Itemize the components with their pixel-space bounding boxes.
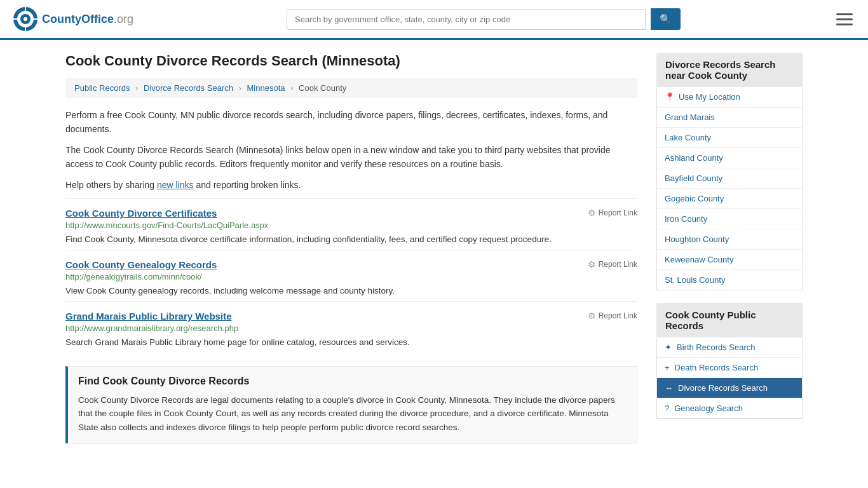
record-desc-3: Search Grand Marais Public Library home … <box>65 336 637 349</box>
list-item: Ashland County <box>657 148 802 168</box>
record-url-2[interactable]: http://genealogytrails.com/minn/cook/ <box>65 272 637 281</box>
find-records-section: Find Cook County Divorce Records Cook Co… <box>65 366 637 444</box>
breadcrumb-sep-1: › <box>135 83 138 93</box>
divorce-icon: ↔ <box>665 383 673 393</box>
page-title: Cook County Divorce Records Search (Minn… <box>65 53 637 69</box>
sidebar-nearby-heading: Divorce Records Search near Cook County <box>656 53 803 87</box>
death-records-link[interactable]: + Death Records Search <box>657 358 802 377</box>
menu-line-1 <box>836 13 853 15</box>
record-desc-1: Find Cook County, Minnesota divorce cert… <box>65 233 637 246</box>
list-item: + Death Records Search <box>657 358 802 378</box>
report-link-3[interactable]: ⚙ Report Link <box>588 311 637 321</box>
report-icon-3: ⚙ <box>588 311 596 321</box>
search-button[interactable]: 🔍 <box>651 8 681 30</box>
report-link-2[interactable]: ⚙ Report Link <box>588 259 637 269</box>
record-header-3: Grand Marais Public Library Website ⚙ Re… <box>65 311 637 322</box>
list-item: ? Genealogy Search <box>657 398 802 418</box>
nearby-link-iron-county[interactable]: Iron County <box>657 209 802 229</box>
new-links[interactable]: new links <box>157 180 194 190</box>
use-my-location-link[interactable]: 📍 Use My Location <box>656 87 803 107</box>
record-desc-2: View Cook County genealogy records, incl… <box>65 285 637 297</box>
birth-icon: ✦ <box>665 342 672 352</box>
breadcrumb: Public Records › Divorce Records Search … <box>65 78 637 98</box>
nearby-link-bayfield-county[interactable]: Bayfield County <box>657 168 802 188</box>
record-item-3: Grand Marais Public Library Website ⚙ Re… <box>65 301 637 353</box>
sidebar-public-records-section: Cook County Public Records ✦ Birth Recor… <box>656 303 803 419</box>
location-icon: 📍 <box>665 92 675 102</box>
breadcrumb-minnesota[interactable]: Minnesota <box>247 83 285 93</box>
sidebar-public-records-heading: Cook County Public Records <box>656 303 803 337</box>
header: CountyOffice.org 🔍 <box>0 0 868 40</box>
list-item: Keweenaw County <box>657 250 802 270</box>
list-item-active: ↔ Divorce Records Search <box>657 378 802 398</box>
nearby-link-gogebic-county[interactable]: Gogebic County <box>657 189 802 208</box>
record-item: Cook County Divorce Certificates ⚙ Repor… <box>65 198 637 250</box>
birth-records-link[interactable]: ✦ Birth Records Search <box>657 337 802 357</box>
breadcrumb-public-records[interactable]: Public Records <box>74 83 130 93</box>
nearby-link-keweenaw-county[interactable]: Keweenaw County <box>657 250 802 269</box>
genealogy-icon: ? <box>665 403 669 413</box>
logo-icon <box>13 6 38 32</box>
list-item: Grand Marais <box>657 107 802 128</box>
search-input[interactable] <box>287 9 646 30</box>
main-container: Cook County Divorce Records Search (Minn… <box>53 40 815 456</box>
record-title-2[interactable]: Cook County Genealogy Records <box>65 259 217 270</box>
desc-para3: Help others by sharing new links and rep… <box>65 178 637 192</box>
sidebar-nearby-list: Grand Marais Lake County Ashland County … <box>656 107 803 290</box>
record-title-3[interactable]: Grand Marais Public Library Website <box>65 311 231 322</box>
breadcrumb-sep-3: › <box>290 83 293 93</box>
sidebar-public-records-list: ✦ Birth Records Search + Death Records S… <box>656 337 803 419</box>
desc-para2: The Cook County Divorce Records Search (… <box>65 143 637 172</box>
search-area: 🔍 <box>287 8 681 30</box>
report-icon-2: ⚙ <box>588 259 596 269</box>
list-item: Iron County <box>657 209 802 229</box>
menu-line-2 <box>836 18 853 20</box>
record-item-2: Cook County Genealogy Records ⚙ Report L… <box>65 250 637 301</box>
report-icon-1: ⚙ <box>588 208 596 218</box>
genealogy-search-link[interactable]: ? Genealogy Search <box>657 398 802 418</box>
nearby-link-st-louis-county[interactable]: St. Louis County <box>657 270 802 290</box>
description: Perform a free Cook County, MN public di… <box>65 108 637 192</box>
logo-text: CountyOffice.org <box>42 13 133 26</box>
divorce-records-link[interactable]: ↔ Divorce Records Search <box>657 378 802 398</box>
record-header-1: Cook County Divorce Certificates ⚙ Repor… <box>65 208 637 219</box>
record-url-3[interactable]: http://www.grandmaraislibrary.org/resear… <box>65 323 637 333</box>
sidebar-nearby-section: Divorce Records Search near Cook County … <box>656 53 803 290</box>
record-header-2: Cook County Genealogy Records ⚙ Report L… <box>65 259 637 270</box>
records-list: Cook County Divorce Certificates ⚙ Repor… <box>65 198 637 353</box>
menu-line-3 <box>836 24 853 25</box>
content: Cook County Divorce Records Search (Minn… <box>65 53 637 444</box>
report-link-1[interactable]: ⚙ Report Link <box>588 208 637 218</box>
breadcrumb-sep-2: › <box>239 83 241 93</box>
death-icon: + <box>665 363 670 372</box>
nearby-link-grand-marais[interactable]: Grand Marais <box>657 107 802 127</box>
record-title-1[interactable]: Cook County Divorce Certificates <box>65 208 217 219</box>
nearby-link-ashland-county[interactable]: Ashland County <box>657 148 802 168</box>
list-item: St. Louis County <box>657 270 802 290</box>
list-item: Houghton County <box>657 229 802 250</box>
nearby-link-lake-county[interactable]: Lake County <box>657 128 802 147</box>
list-item: Gogebic County <box>657 189 802 209</box>
nearby-link-houghton-county[interactable]: Houghton County <box>657 229 802 249</box>
list-item: Bayfield County <box>657 168 802 189</box>
logo-area: CountyOffice.org <box>13 6 133 32</box>
svg-point-3 <box>24 17 27 21</box>
menu-button[interactable] <box>834 11 855 28</box>
list-item: Lake County <box>657 128 802 148</box>
find-records-text: Cook County Divorce Records are legal do… <box>78 393 627 435</box>
record-url-1[interactable]: http://www.mncourts.gov/Find-Courts/LacQ… <box>65 220 637 230</box>
breadcrumb-cook-county: Cook County <box>299 83 346 93</box>
list-item: ✦ Birth Records Search <box>657 337 802 358</box>
find-records-heading: Find Cook County Divorce Records <box>78 376 627 387</box>
desc-para1: Perform a free Cook County, MN public di… <box>65 108 637 137</box>
breadcrumb-divorce-records[interactable]: Divorce Records Search <box>144 83 233 93</box>
sidebar: Divorce Records Search near Cook County … <box>656 53 803 444</box>
